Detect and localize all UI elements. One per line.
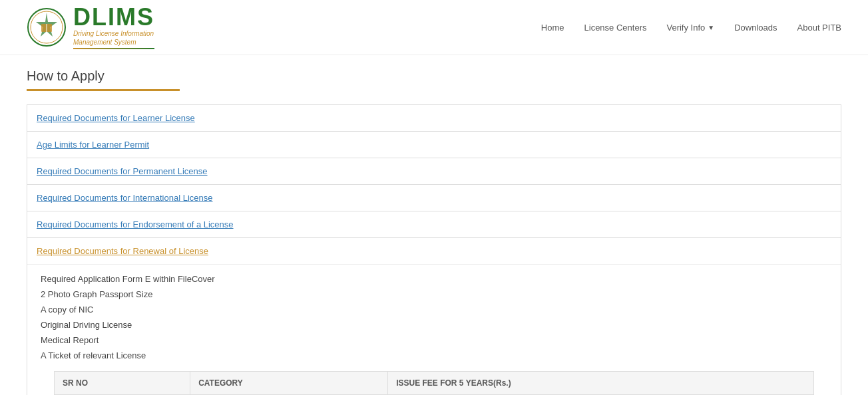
logo-dlims-text: DLIMS	[73, 5, 154, 29]
nav-link-downloads[interactable]: Downloads	[734, 23, 777, 33]
accordion-link-learner-license[interactable]: Required Documents for Learner License	[27, 105, 841, 131]
nav-item-downloads[interactable]: Downloads	[734, 22, 777, 33]
list-item: 2 Photo Graph Passport Size	[41, 287, 827, 302]
accordion-item-permanent-license: Required Documents for Permanent License	[27, 158, 841, 185]
nav-link-about-pitb[interactable]: About PITB	[797, 23, 841, 33]
list-item: A copy of NIC	[41, 302, 827, 317]
renewal-documents-list: Required Application Form E within FileC…	[41, 271, 827, 363]
table-header-srno: SR NO	[55, 372, 190, 395]
accordion-item-age-limits: Age Limits for Learner Permit	[27, 132, 841, 158]
nav-item-verify-info[interactable]: Verify Info ▼	[666, 23, 714, 33]
accordion-item-endorsement-license: Required Documents for Endorsement of a …	[27, 211, 841, 238]
accordion-link-age-limits[interactable]: Age Limits for Learner Permit	[27, 132, 841, 158]
table-header-fee: ISSUE FEE FOR 5 YEARS(Rs.)	[388, 372, 814, 395]
verify-info-dropdown-icon: ▼	[708, 24, 714, 31]
nav-link-home[interactable]: Home	[541, 23, 564, 33]
nav-item-home[interactable]: Home	[541, 22, 564, 33]
list-item: A Ticket of relevant License	[41, 348, 827, 363]
logo-line	[73, 48, 154, 49]
table-header-row: SR NO CATEGORY ISSUE FEE FOR 5 YEARS(Rs.…	[55, 372, 814, 395]
logo-text: DLIMS Driving License Information Manage…	[73, 5, 154, 49]
navbar-nav: Home License Centers Verify Info ▼ Downl…	[541, 22, 841, 33]
fee-table: SR NO CATEGORY ISSUE FEE FOR 5 YEARS(Rs.…	[54, 371, 814, 395]
accordion-item-renewal-license: Required Documents for Renewal of Licens…	[27, 238, 841, 395]
logo-subtitle: Driving License Information Management S…	[73, 29, 154, 47]
accordion-container: Required Documents for Learner License A…	[27, 104, 841, 395]
nav-item-license-centers[interactable]: License Centers	[584, 22, 647, 33]
navbar: DLIMS Driving License Information Manage…	[0, 0, 868, 55]
list-item: Medical Report	[41, 332, 827, 348]
table-header-category: CATEGORY	[190, 372, 388, 395]
list-item: Required Application Form E within FileC…	[41, 271, 827, 287]
title-underline	[27, 89, 180, 91]
nav-link-verify-info[interactable]: Verify Info	[666, 23, 705, 33]
accordion-link-renewal-license[interactable]: Required Documents for Renewal of Licens…	[27, 238, 841, 264]
accordion-item-learner-license: Required Documents for Learner License	[27, 105, 841, 132]
page-title: How to Apply	[27, 68, 841, 84]
main-content: How to Apply Required Documents for Lear…	[0, 55, 868, 395]
accordion-link-endorsement-license[interactable]: Required Documents for Endorsement of a …	[27, 211, 841, 237]
nav-link-license-centers[interactable]: License Centers	[584, 23, 647, 33]
accordion-item-international-license: Required Documents for International Lic…	[27, 185, 841, 211]
accordion-renewal-content: Required Application Form E within FileC…	[27, 264, 841, 395]
nav-item-about-pitb[interactable]: About PITB	[797, 22, 841, 33]
logo-emblem	[27, 7, 67, 47]
accordion-link-international-license[interactable]: Required Documents for International Lic…	[27, 185, 841, 211]
list-item: Original Driving License	[41, 317, 827, 332]
logo: DLIMS Driving License Information Manage…	[27, 5, 154, 49]
accordion-link-permanent-license[interactable]: Required Documents for Permanent License	[27, 158, 841, 184]
